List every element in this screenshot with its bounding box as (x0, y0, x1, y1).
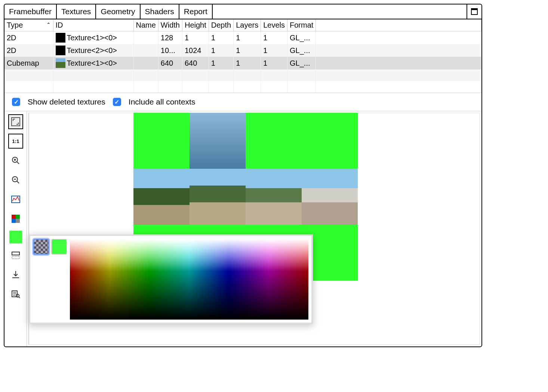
tab-framebuffer[interactable]: Framebuffer (4, 4, 57, 19)
table-row[interactable]: CubemapTexture<1><0>640640111GL_... (4, 57, 481, 69)
column-header-spacer (316, 19, 481, 31)
column-header-format[interactable]: Format (287, 19, 316, 31)
cell-type: 2D (4, 44, 53, 57)
histogram-icon (11, 195, 21, 204)
tabs-spacer (213, 4, 467, 19)
textures-table: Type⌃ ID Name Width Height Depth Layers … (4, 19, 481, 93)
flip-vertical-button[interactable] (8, 248, 23, 263)
download-icon (11, 270, 21, 280)
tab-geometry[interactable]: Geometry (96, 4, 140, 19)
column-header-id[interactable]: ID (53, 19, 133, 31)
column-header-height[interactable]: Height (182, 19, 209, 31)
cell-name (133, 31, 158, 44)
texture-id-text: Texture<2><0> (67, 46, 117, 55)
color-picker-popup (29, 234, 313, 324)
column-header-depth[interactable]: Depth (209, 19, 233, 31)
cell-levels: 1 (261, 44, 287, 57)
table-row-empty (4, 81, 481, 93)
svg-text:1:1: 1:1 (12, 139, 19, 144)
cell-width: 128 (158, 31, 182, 44)
svg-rect-12 (12, 256, 19, 259)
cell-type: Cubemap (4, 57, 53, 69)
column-header-width[interactable]: Width (158, 19, 182, 31)
texture-thumbnail (56, 33, 65, 43)
cell-layers: 1 (234, 57, 261, 69)
maximize-panel-button[interactable] (467, 4, 481, 19)
zoom-out-button[interactable] (8, 172, 23, 187)
cell-format: GL_... (287, 57, 316, 69)
svg-rect-2 (12, 118, 20, 126)
main-tabs: Framebuffer Textures Geometry Shaders Re… (4, 4, 481, 19)
show-deleted-label: Show deleted textures (28, 97, 105, 106)
zoom-1to1-button[interactable]: 1:1 (8, 134, 23, 149)
column-header-type[interactable]: Type⌃ (4, 19, 53, 31)
fit-to-window-button[interactable] (8, 114, 23, 129)
zoom-out-icon (11, 175, 21, 185)
cell-name (133, 57, 158, 69)
histogram-button[interactable] (8, 192, 23, 207)
cubemap-face-blank (302, 113, 358, 169)
maximize-icon (471, 8, 478, 15)
options-row: ✓ Show deleted textures ✓ Include all co… (4, 93, 481, 111)
1to1-icon: 1:1 (11, 136, 21, 146)
solid-background-button[interactable] (51, 239, 67, 255)
cubemap-face-blank (246, 113, 302, 169)
cubemap-face-back (302, 169, 358, 225)
svg-rect-1 (471, 9, 477, 10)
inspect-icon (11, 289, 21, 299)
cell-depth: 1 (209, 31, 233, 44)
cell-format: GL_... (287, 44, 316, 57)
viewer-toolbar: 1:1 (4, 111, 27, 346)
cell-type: 2D (4, 31, 53, 44)
texture-thumbnail (56, 58, 65, 68)
cell-depth: 1 (209, 57, 233, 69)
flip-icon (11, 251, 21, 260)
checker-background-button[interactable] (33, 239, 49, 255)
textures-table-wrap: Type⌃ ID Name Width Height Depth Layers … (4, 19, 481, 93)
channels-icon (11, 214, 21, 224)
cell-levels: 1 (261, 57, 287, 69)
cell-format: GL_... (287, 31, 316, 44)
inspect-pixel-button[interactable] (8, 287, 23, 302)
table-row[interactable]: 2DTexture<1><0>1281111GL_... (4, 31, 481, 44)
save-image-button[interactable] (8, 267, 23, 282)
cell-depth: 1 (209, 44, 233, 57)
cubemap-face-blank (133, 113, 190, 169)
svg-rect-10 (16, 219, 20, 223)
column-header-levels[interactable]: Levels (261, 19, 287, 31)
svg-rect-9 (12, 219, 16, 223)
tab-report[interactable]: Report (179, 4, 213, 19)
cell-id: Texture<1><0> (53, 57, 133, 69)
picker-mode-group (33, 239, 67, 320)
zoom-in-button[interactable] (8, 153, 23, 168)
color-channels-button[interactable] (8, 211, 23, 226)
include-all-checkbox[interactable]: ✓ (113, 98, 121, 106)
cell-width: 640 (158, 57, 182, 69)
cubemap-face-top (190, 113, 246, 169)
table-row[interactable]: 2DTexture<2><0>10...1024111GL_... (4, 44, 481, 57)
cubemap-face-left (133, 169, 190, 225)
zoom-in-icon (11, 156, 21, 165)
include-all-label: Include all contexts (129, 97, 196, 106)
column-header-layers[interactable]: Layers (234, 19, 261, 31)
cell-height: 640 (182, 57, 209, 69)
column-label: Type (7, 21, 23, 29)
table-row-empty (4, 69, 481, 81)
cell-id: Texture<2><0> (53, 44, 133, 57)
cubemap-face-right (246, 169, 302, 225)
tab-shaders[interactable]: Shaders (141, 4, 179, 19)
background-color-button[interactable] (9, 231, 22, 243)
cell-layers: 1 (234, 31, 261, 44)
column-header-name[interactable]: Name (133, 19, 158, 31)
cell-spacer (316, 57, 481, 69)
tab-textures[interactable]: Textures (57, 4, 96, 19)
cell-id: Texture<1><0> (53, 31, 133, 44)
texture-viewer-window: Framebuffer Textures Geometry Shaders Re… (4, 4, 482, 347)
show-deleted-checkbox[interactable]: ✓ (12, 98, 20, 106)
cell-spacer (316, 31, 481, 44)
cubemap-face-front (190, 169, 246, 225)
color-gradient-area[interactable] (70, 239, 308, 320)
table-header-row: Type⌃ ID Name Width Height Depth Layers … (4, 19, 481, 31)
cell-height: 1024 (182, 44, 209, 57)
texture-id-text: Texture<1><0> (67, 34, 117, 42)
